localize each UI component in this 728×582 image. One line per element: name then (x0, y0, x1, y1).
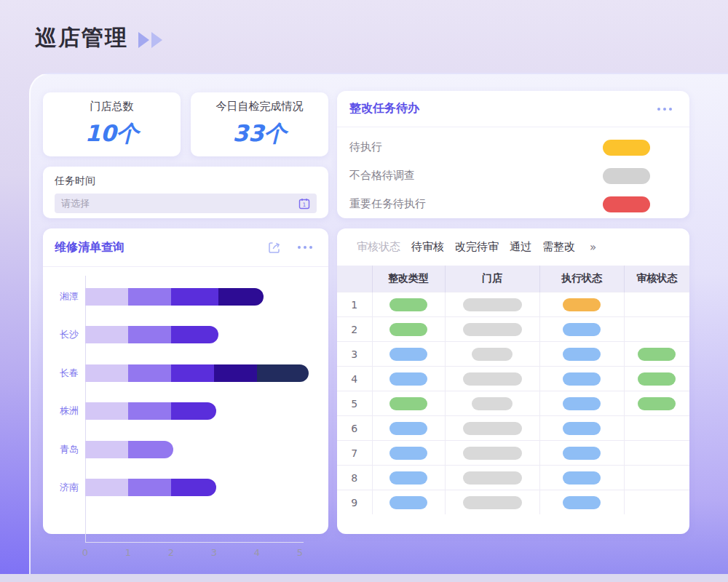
bar-row-济南: 济南 (85, 479, 216, 496)
status-pill (463, 422, 522, 435)
date-placeholder: 请选择 (61, 197, 90, 210)
double-play-icon (138, 32, 162, 48)
row-index: 4 (351, 373, 357, 385)
row-index: 3 (351, 348, 357, 360)
more-icon[interactable] (298, 246, 312, 249)
table-row[interactable]: 5 (337, 391, 689, 415)
column-header: 整改类型 (372, 266, 445, 292)
x-tick-label: 1 (125, 547, 131, 558)
status-pill (563, 447, 601, 460)
status-pill (389, 471, 427, 485)
table-row[interactable]: 8 (337, 465, 689, 490)
status-pill (638, 348, 676, 361)
chart-x-axis (85, 542, 304, 543)
status-pill (603, 168, 650, 184)
page-title: 巡店管理 (35, 23, 128, 53)
repair-card-title: 维修清单查询 (55, 240, 124, 255)
tab-改完待审[interactable]: 改完待审 (455, 240, 499, 254)
status-pill (463, 447, 522, 460)
status-pill (389, 372, 427, 386)
status-pill (563, 323, 601, 336)
bar-segment (85, 364, 128, 382)
table-row[interactable]: 2 (337, 316, 689, 341)
bar-segment (218, 288, 264, 306)
x-tick-label: 2 (168, 547, 174, 558)
table-row[interactable]: 1 (337, 292, 689, 316)
bar-segment (171, 364, 214, 382)
bar-segment (214, 364, 257, 382)
status-pill (638, 372, 676, 386)
status-pill (563, 422, 601, 435)
repair-bar-chart: 湘潭长沙长春株洲青岛济南 012345 (43, 267, 328, 533)
column-header: 执行状态 (539, 266, 624, 292)
status-pill (463, 471, 522, 485)
calendar-icon[interactable]: 1 (298, 198, 310, 210)
table-header-row: 整改类型门店执行状态审核状态 (337, 266, 689, 292)
row-index: 9 (351, 497, 357, 509)
row-index: 1 (351, 299, 357, 311)
status-pill (389, 422, 427, 435)
status-pill (603, 196, 650, 212)
date-picker-input[interactable]: 请选择 1 (55, 194, 317, 213)
x-tick-label: 4 (254, 547, 260, 558)
review-table-card: 审核状态 待审核改完待审通过需整改 » 整改类型门店执行状态审核状态 12345… (337, 228, 689, 534)
play-icon (151, 32, 162, 48)
more-icon[interactable] (657, 108, 672, 111)
row-index: 5 (351, 398, 357, 410)
status-pill (389, 496, 427, 509)
status-pill (472, 397, 513, 410)
store-inspection-dashboard: 巡店管理 门店总数 10个 今日自检完成情况 33个 任务时间 请选择 (0, 0, 728, 582)
status-pill (563, 397, 601, 410)
more-tabs-icon[interactable]: » (590, 241, 596, 254)
todo-label: 重要任务待执行 (349, 197, 426, 211)
status-pill (463, 496, 522, 509)
rectification-table: 整改类型门店执行状态审核状态 123456789 (337, 266, 689, 514)
main-panel: 门店总数 10个 今日自检完成情况 33个 任务时间 请选择 1 (29, 73, 728, 574)
status-pill (389, 397, 427, 410)
status-pill (563, 348, 601, 361)
bar-segment (171, 326, 218, 343)
todo-card-title: 整改任务待办 (349, 101, 419, 116)
status-pill (389, 323, 427, 336)
bar-segment (128, 326, 171, 343)
table-row[interactable]: 4 (337, 366, 689, 391)
status-pill (389, 348, 427, 361)
bar-row-长沙: 长沙 (85, 326, 218, 343)
bar-segment (85, 288, 128, 306)
x-tick-label: 5 (297, 547, 303, 558)
tab-通过[interactable]: 通过 (510, 240, 531, 254)
bar-segment (171, 288, 218, 306)
table-row[interactable]: 9 (337, 490, 689, 514)
bar-segment (85, 479, 128, 496)
table-row[interactable]: 7 (337, 440, 689, 465)
bar-row-长春: 长春 (85, 364, 309, 382)
share-icon[interactable] (267, 240, 282, 255)
bar-segment (128, 288, 171, 306)
filter-label: 审核状态 (357, 240, 400, 254)
stat-card-total-stores: 门店总数 10个 (43, 92, 181, 156)
x-tick-label: 3 (211, 547, 217, 558)
bar-row-湘潭: 湘潭 (85, 288, 264, 306)
bar-category-label: 湘潭 (60, 290, 79, 303)
bar-category-label: 长沙 (60, 328, 79, 341)
review-status-filter: 审核状态 待审核改完待审通过需整改 » (337, 228, 689, 266)
table-row[interactable]: 6 (337, 415, 689, 440)
stat-value: 33个 (232, 119, 286, 149)
bar-segment (128, 441, 173, 458)
stat-label: 今日自检完成情况 (216, 100, 304, 113)
status-pill (638, 397, 676, 410)
status-pill (389, 447, 427, 460)
svg-text:1: 1 (303, 202, 306, 208)
table-row[interactable]: 3 (337, 341, 689, 366)
tab-需整改[interactable]: 需整改 (542, 240, 575, 254)
row-index: 7 (351, 447, 357, 459)
status-pill (463, 298, 522, 311)
status-pill (472, 348, 513, 361)
status-pill (463, 323, 522, 336)
tab-待审核[interactable]: 待审核 (411, 240, 444, 254)
bar-segment (171, 479, 216, 496)
stat-label: 门店总数 (90, 100, 134, 113)
status-pill (563, 372, 601, 386)
status-pill (563, 298, 601, 311)
column-header: 审核状态 (624, 266, 689, 292)
